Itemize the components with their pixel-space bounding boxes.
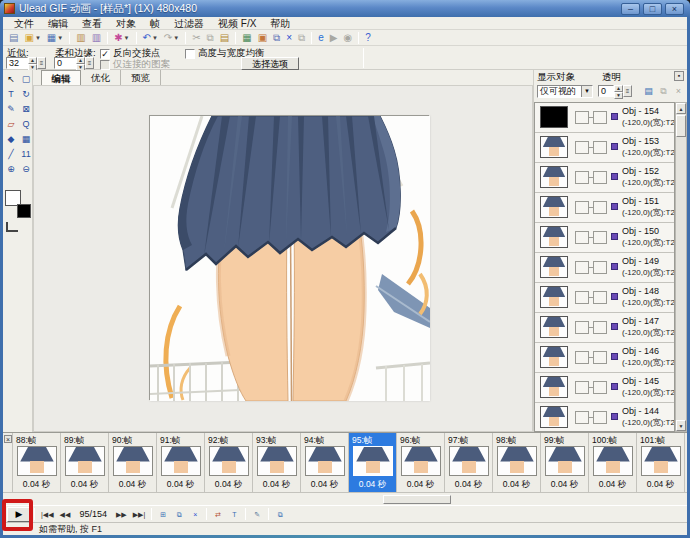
object-frame-box[interactable]	[575, 261, 589, 274]
save-button-dropdown-icon[interactable]: ▼	[57, 35, 63, 41]
close-button[interactable]: ×	[665, 3, 684, 15]
similarity-field[interactable]: 32 ▲▼ ≡	[6, 57, 46, 69]
menu-item[interactable]: 对象	[109, 17, 143, 30]
timeline-scrollbar[interactable]	[3, 492, 687, 505]
fill-tool[interactable]: ◆	[4, 132, 18, 146]
measure-tool[interactable]: 11	[19, 147, 33, 161]
new-object-button[interactable]: ▤	[642, 84, 655, 97]
object-frame-box[interactable]	[593, 171, 607, 184]
title-bar[interactable]: Ulead GIF 动画 - [样品*] (1X) 480x480 – □ ×	[0, 0, 690, 17]
background-color-swatch[interactable]	[17, 204, 31, 218]
text-tool[interactable]: T	[4, 87, 18, 101]
frame-cell[interactable]: 94:帧0.04 秒	[301, 433, 349, 492]
menu-item[interactable]: 过滤器	[167, 17, 211, 30]
object-list-item[interactable]: Obj - 152(-120,0)(宽):T2	[535, 163, 674, 193]
transparency-spinner[interactable]: ▲▼	[614, 85, 623, 97]
tab-preview[interactable]: 预览	[121, 70, 161, 85]
brush-tool[interactable]: ✎	[4, 102, 18, 116]
frame-cell[interactable]: 97:帧0.04 秒	[445, 433, 493, 492]
object-frame-box[interactable]	[575, 231, 589, 244]
similarity-value[interactable]: 32	[6, 57, 28, 69]
help-button[interactable]: ?	[362, 31, 374, 45]
rotate-tool[interactable]: ↻	[19, 87, 33, 101]
object-list-item[interactable]: Obj - 149(-120,0)(宽):T2	[535, 253, 674, 283]
save-button[interactable]: ▦▼	[44, 31, 66, 45]
frame-cell[interactable]: 95:帧0.04 秒	[349, 433, 397, 492]
transparency-field[interactable]: 0 ▲▼ ≡	[598, 85, 632, 97]
insert-banner-button[interactable]: ▣	[255, 31, 270, 45]
edit-frame-button[interactable]: ✎	[249, 507, 265, 522]
soft-edge-value[interactable]: 0	[54, 57, 76, 69]
object-frame-box[interactable]	[593, 261, 607, 274]
menu-item[interactable]: 帮助	[263, 17, 297, 30]
object-frame-box[interactable]	[575, 141, 589, 154]
last-frame-button[interactable]: ▶▶|	[130, 507, 149, 522]
object-frame-box[interactable]	[575, 111, 589, 124]
object-frame-box[interactable]	[593, 321, 607, 334]
duplicate-object-button[interactable]: ⧉	[270, 31, 283, 45]
wizard-button-dropdown-icon[interactable]: ▼	[124, 35, 130, 41]
object-frame-box[interactable]	[593, 411, 607, 424]
timeline-scrollbar-thumb[interactable]	[383, 495, 451, 504]
object-frame-box[interactable]	[593, 291, 607, 304]
insert-image-button[interactable]: ▦	[239, 31, 254, 45]
frame-cell[interactable]: 93:帧0.04 秒	[253, 433, 301, 492]
object-frame-box[interactable]	[575, 351, 589, 364]
wizard-button[interactable]: ✱▼	[111, 31, 132, 45]
panel-menu-button[interactable]: ▪	[674, 71, 684, 81]
add-image-button[interactable]: ▥	[73, 31, 88, 45]
object-list-item[interactable]: Obj - 144(-120,0)(宽):T2	[535, 403, 674, 432]
frame-cell[interactable]: 96:帧0.04 秒	[397, 433, 445, 492]
similarity-slider-button[interactable]: ≡	[37, 57, 46, 69]
object-frame-box[interactable]	[593, 381, 607, 394]
ie-preview-button[interactable]: e	[315, 31, 327, 45]
grid-tool[interactable]: ▦	[19, 132, 33, 146]
reverse-frames-button[interactable]: ⇄	[210, 507, 226, 522]
menu-item[interactable]: 帧	[143, 17, 167, 30]
object-list-item[interactable]: Obj - 153(-120,0)(宽):T2	[535, 133, 674, 163]
close-strip-icon[interactable]: ×	[4, 435, 12, 443]
undo-button-dropdown-icon[interactable]: ▼	[152, 35, 158, 41]
object-list-scrollbar[interactable]: ▲ ▼	[675, 102, 687, 432]
minimize-button[interactable]: –	[621, 3, 640, 15]
frame-cell[interactable]: 91:帧0.04 秒	[157, 433, 205, 492]
object-frame-box[interactable]	[593, 201, 607, 214]
first-frame-button[interactable]: |◀◀	[38, 507, 57, 522]
object-list-item[interactable]: Obj - 154(-120,0)(宽):T2	[535, 103, 674, 133]
object-list-item[interactable]: Obj - 146(-120,0)(宽):T2	[535, 343, 674, 373]
delete-object-button[interactable]: ×	[283, 31, 295, 45]
frame-cell[interactable]: 89:帧0.04 秒	[61, 433, 109, 492]
frame-cell[interactable]: 92:帧0.04 秒	[205, 433, 253, 492]
transparency-slider-button[interactable]: ≡	[623, 85, 632, 97]
object-frame-box[interactable]	[593, 111, 607, 124]
frame-cell[interactable]: 101:帧0.04 秒	[637, 433, 685, 492]
zoom-in-tool[interactable]: ⊕	[4, 162, 18, 176]
similarity-spinner[interactable]: ▲▼	[28, 57, 37, 69]
object-frame-box[interactable]	[575, 411, 589, 424]
object-frame-box[interactable]	[593, 231, 607, 244]
duplicate-frame-button[interactable]: ⧉	[171, 507, 187, 522]
soft-edge-slider-button[interactable]: ≡	[85, 57, 94, 69]
object-frame-box[interactable]	[575, 291, 589, 304]
marquee-tool[interactable]: ▢	[19, 72, 33, 86]
object-list-item[interactable]: Obj - 145(-120,0)(宽):T2	[535, 373, 674, 403]
object-list-item[interactable]: Obj - 147(-120,0)(宽):T2	[535, 313, 674, 343]
object-frame-box[interactable]	[575, 171, 589, 184]
object-frame-box[interactable]	[575, 321, 589, 334]
object-frame-box[interactable]	[593, 141, 607, 154]
select-tool[interactable]: ↖	[4, 72, 18, 86]
new-button[interactable]: ▤	[6, 31, 21, 45]
transparency-value[interactable]: 0	[598, 85, 614, 97]
object-filter-dropdown[interactable]: 仅可视的 ▼	[537, 85, 593, 98]
object-frame-box[interactable]	[575, 201, 589, 214]
eraser-tool[interactable]: ▱	[4, 117, 18, 131]
next-frame-button[interactable]: ▶▶	[113, 507, 130, 522]
lasso-tool[interactable]: Q	[19, 117, 33, 131]
add-frame-button[interactable]: ⊞	[155, 507, 171, 522]
object-frame-box[interactable]	[575, 381, 589, 394]
frame-cell[interactable]: 88:帧0.04 秒	[13, 433, 61, 492]
crop-tool[interactable]: ⊠	[19, 102, 33, 116]
frame-cell[interactable]: 99:帧0.04 秒	[541, 433, 589, 492]
checkbox-check-icon[interactable]: ✓	[100, 49, 110, 59]
frame-cell[interactable]: 90:帧0.04 秒	[109, 433, 157, 492]
